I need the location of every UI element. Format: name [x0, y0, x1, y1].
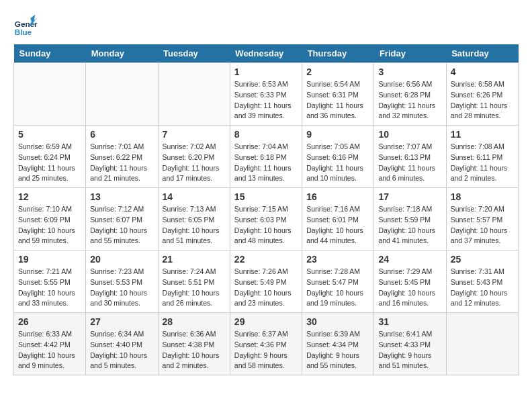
- calendar-cell: 8Sunrise: 7:04 AM Sunset: 6:18 PM Daylig…: [230, 126, 302, 188]
- day-number: 7: [163, 129, 226, 140]
- calendar-cell: 17Sunrise: 7:18 AM Sunset: 5:59 PM Dayli…: [374, 188, 446, 250]
- day-number: 30: [306, 316, 369, 327]
- day-info: Sunrise: 7:05 AM Sunset: 6:16 PM Dayligh…: [306, 142, 369, 184]
- header-day-wednesday: Wednesday: [230, 44, 302, 63]
- day-number: 25: [451, 254, 514, 265]
- day-info: Sunrise: 6:59 AM Sunset: 6:24 PM Dayligh…: [18, 142, 81, 184]
- day-info: Sunrise: 7:16 AM Sunset: 6:01 PM Dayligh…: [306, 204, 369, 246]
- day-number: 16: [306, 191, 369, 202]
- day-info: Sunrise: 6:41 AM Sunset: 4:33 PM Dayligh…: [378, 329, 441, 371]
- day-number: 1: [234, 66, 298, 77]
- day-number: 31: [378, 316, 441, 327]
- day-number: 3: [378, 66, 441, 77]
- calendar-cell: 13Sunrise: 7:12 AM Sunset: 6:07 PM Dayli…: [86, 188, 158, 250]
- day-number: 2: [306, 66, 369, 77]
- day-number: 24: [378, 254, 441, 265]
- day-info: Sunrise: 7:18 AM Sunset: 5:59 PM Dayligh…: [378, 204, 441, 246]
- logo: General Blue: [13, 13, 38, 38]
- calendar-week-1: 1Sunrise: 6:53 AM Sunset: 6:33 PM Daylig…: [14, 63, 519, 126]
- day-info: Sunrise: 6:39 AM Sunset: 4:34 PM Dayligh…: [306, 329, 369, 371]
- calendar-cell: 16Sunrise: 7:16 AM Sunset: 6:01 PM Dayli…: [302, 188, 374, 250]
- calendar-cell: 3Sunrise: 6:56 AM Sunset: 6:28 PM Daylig…: [374, 63, 446, 126]
- calendar-table: SundayMondayTuesdayWednesdayThursdayFrid…: [13, 44, 519, 375]
- day-info: Sunrise: 6:58 AM Sunset: 6:26 PM Dayligh…: [451, 79, 514, 122]
- calendar-cell: 21Sunrise: 7:24 AM Sunset: 5:51 PM Dayli…: [158, 250, 230, 313]
- calendar-week-4: 19Sunrise: 7:21 AM Sunset: 5:55 PM Dayli…: [14, 250, 519, 313]
- calendar-cell: 28Sunrise: 6:36 AM Sunset: 4:38 PM Dayli…: [158, 313, 230, 375]
- svg-text:Blue: Blue: [15, 28, 32, 36]
- calendar-cell: 30Sunrise: 6:39 AM Sunset: 4:34 PM Dayli…: [302, 313, 374, 375]
- day-number: 14: [163, 191, 226, 202]
- calendar-cell: 15Sunrise: 7:15 AM Sunset: 6:03 PM Dayli…: [230, 188, 302, 250]
- calendar-cell: 25Sunrise: 7:31 AM Sunset: 5:43 PM Dayli…: [446, 250, 518, 313]
- header-day-friday: Friday: [374, 44, 446, 63]
- day-number: 15: [234, 191, 298, 202]
- day-number: 8: [234, 129, 298, 140]
- header-day-saturday: Saturday: [446, 44, 518, 63]
- day-number: 13: [90, 191, 153, 202]
- calendar-cell: 23Sunrise: 7:28 AM Sunset: 5:47 PM Dayli…: [302, 250, 374, 313]
- header-day-monday: Monday: [86, 44, 158, 63]
- day-info: Sunrise: 7:02 AM Sunset: 6:20 PM Dayligh…: [163, 142, 226, 184]
- day-info: Sunrise: 7:28 AM Sunset: 5:47 PM Dayligh…: [306, 267, 369, 309]
- day-number: 12: [18, 191, 81, 202]
- calendar-cell: 5Sunrise: 6:59 AM Sunset: 6:24 PM Daylig…: [14, 126, 86, 188]
- day-number: 4: [451, 66, 514, 77]
- calendar-cell: 24Sunrise: 7:29 AM Sunset: 5:45 PM Dayli…: [374, 250, 446, 313]
- calendar-cell: 4Sunrise: 6:58 AM Sunset: 6:26 PM Daylig…: [446, 63, 518, 126]
- day-number: 21: [163, 254, 226, 265]
- calendar-cell: 9Sunrise: 7:05 AM Sunset: 6:16 PM Daylig…: [302, 126, 374, 188]
- day-number: 19: [18, 254, 81, 265]
- calendar-cell: 22Sunrise: 7:26 AM Sunset: 5:49 PM Dayli…: [230, 250, 302, 313]
- day-info: Sunrise: 7:26 AM Sunset: 5:49 PM Dayligh…: [234, 267, 298, 309]
- day-number: 26: [18, 316, 81, 327]
- day-number: 23: [306, 254, 369, 265]
- calendar-cell: 19Sunrise: 7:21 AM Sunset: 5:55 PM Dayli…: [14, 250, 86, 313]
- header-day-sunday: Sunday: [14, 44, 86, 63]
- logo-icon: General Blue: [13, 13, 38, 38]
- calendar-week-3: 12Sunrise: 7:10 AM Sunset: 6:09 PM Dayli…: [14, 188, 519, 250]
- day-info: Sunrise: 7:15 AM Sunset: 6:03 PM Dayligh…: [234, 204, 298, 246]
- day-number: 29: [234, 316, 298, 327]
- day-number: 28: [163, 316, 226, 327]
- header: General Blue: [13, 13, 519, 38]
- calendar-cell: 20Sunrise: 7:23 AM Sunset: 5:53 PM Dayli…: [86, 250, 158, 313]
- day-number: 9: [306, 129, 369, 140]
- day-info: Sunrise: 7:12 AM Sunset: 6:07 PM Dayligh…: [90, 204, 153, 246]
- calendar-cell: 31Sunrise: 6:41 AM Sunset: 4:33 PM Dayli…: [374, 313, 446, 375]
- calendar-cell: 14Sunrise: 7:13 AM Sunset: 6:05 PM Dayli…: [158, 188, 230, 250]
- day-info: Sunrise: 7:07 AM Sunset: 6:13 PM Dayligh…: [378, 142, 441, 184]
- calendar-cell: 6Sunrise: 7:01 AM Sunset: 6:22 PM Daylig…: [86, 126, 158, 188]
- day-info: Sunrise: 7:01 AM Sunset: 6:22 PM Dayligh…: [90, 142, 153, 184]
- day-number: 5: [18, 129, 81, 140]
- day-info: Sunrise: 7:21 AM Sunset: 5:55 PM Dayligh…: [18, 267, 81, 309]
- calendar-cell: 27Sunrise: 6:34 AM Sunset: 4:40 PM Dayli…: [86, 313, 158, 375]
- calendar-cell: 18Sunrise: 7:20 AM Sunset: 5:57 PM Dayli…: [446, 188, 518, 250]
- calendar-cell: 7Sunrise: 7:02 AM Sunset: 6:20 PM Daylig…: [158, 126, 230, 188]
- calendar-week-5: 26Sunrise: 6:33 AM Sunset: 4:42 PM Dayli…: [14, 313, 519, 375]
- calendar-week-2: 5Sunrise: 6:59 AM Sunset: 6:24 PM Daylig…: [14, 126, 519, 188]
- day-number: 17: [378, 191, 441, 202]
- calendar-cell: 29Sunrise: 6:37 AM Sunset: 4:36 PM Dayli…: [230, 313, 302, 375]
- day-info: Sunrise: 6:34 AM Sunset: 4:40 PM Dayligh…: [90, 329, 153, 371]
- day-number: 6: [90, 129, 153, 140]
- day-number: 11: [451, 129, 514, 140]
- day-info: Sunrise: 7:29 AM Sunset: 5:45 PM Dayligh…: [378, 267, 441, 309]
- day-info: Sunrise: 7:10 AM Sunset: 6:09 PM Dayligh…: [18, 204, 81, 246]
- calendar-cell: 2Sunrise: 6:54 AM Sunset: 6:31 PM Daylig…: [302, 63, 374, 126]
- calendar-cell: 12Sunrise: 7:10 AM Sunset: 6:09 PM Dayli…: [14, 188, 86, 250]
- day-info: Sunrise: 7:24 AM Sunset: 5:51 PM Dayligh…: [163, 267, 226, 309]
- day-info: Sunrise: 7:20 AM Sunset: 5:57 PM Dayligh…: [451, 204, 514, 246]
- day-info: Sunrise: 7:04 AM Sunset: 6:18 PM Dayligh…: [234, 142, 298, 184]
- day-number: 27: [90, 316, 153, 327]
- day-info: Sunrise: 6:36 AM Sunset: 4:38 PM Dayligh…: [163, 329, 226, 371]
- day-info: Sunrise: 7:13 AM Sunset: 6:05 PM Dayligh…: [163, 204, 226, 246]
- day-info: Sunrise: 6:56 AM Sunset: 6:28 PM Dayligh…: [378, 79, 441, 122]
- calendar-cell: [158, 63, 230, 126]
- day-number: 18: [451, 191, 514, 202]
- day-info: Sunrise: 6:53 AM Sunset: 6:33 PM Dayligh…: [234, 79, 298, 122]
- header-day-thursday: Thursday: [302, 44, 374, 63]
- day-info: Sunrise: 6:54 AM Sunset: 6:31 PM Dayligh…: [306, 79, 369, 122]
- day-number: 10: [378, 129, 441, 140]
- calendar-cell: 1Sunrise: 6:53 AM Sunset: 6:33 PM Daylig…: [230, 63, 302, 126]
